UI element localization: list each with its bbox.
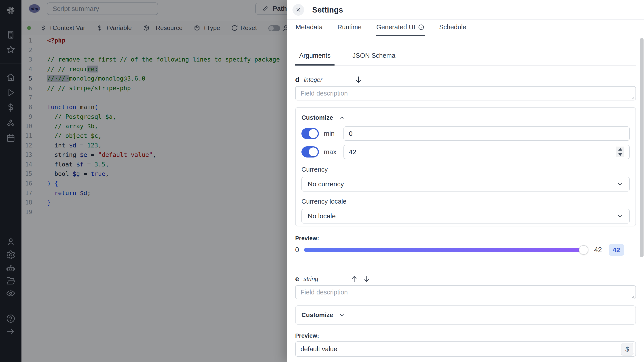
currency-label: Currency: [302, 166, 630, 173]
arguments-tab-bar: Arguments JSON Schema: [295, 52, 636, 66]
subtab-json-schema[interactable]: JSON Schema: [348, 52, 399, 66]
move-down-icon[interactable]: [355, 76, 362, 84]
currency-locale-label: Currency locale: [302, 198, 630, 205]
tab-runtime-label: Runtime: [338, 24, 362, 31]
resize-handle-icon[interactable]: [631, 294, 634, 298]
spin-down-icon[interactable]: [618, 153, 622, 156]
field-d-customize-card: Customize min 0 max 42: [295, 107, 636, 226]
max-row: max 42: [302, 145, 630, 159]
slider-track[interactable]: [304, 248, 586, 252]
chevron-down-icon: [617, 181, 624, 187]
slider-thumb[interactable]: [579, 245, 588, 255]
max-label: max: [324, 148, 340, 156]
slider-preview-row: 0 42 42: [295, 244, 636, 256]
slider-max-label: 42: [594, 246, 602, 254]
resize-handle-icon[interactable]: [631, 96, 634, 99]
customize-label: Customize: [302, 311, 333, 319]
generated-ui-content: Arguments JSON Schema d integer Field de…: [287, 52, 644, 357]
close-button[interactable]: [292, 4, 304, 16]
preview-label-d: Preview:: [295, 235, 636, 242]
modal-overlay[interactable]: [0, 0, 287, 362]
currency-value: No currency: [308, 180, 344, 188]
subtab-arguments[interactable]: Arguments: [295, 52, 334, 66]
settings-header: Settings: [287, 0, 644, 20]
field-e-description-input[interactable]: Field description: [295, 285, 636, 299]
move-down-icon[interactable]: [363, 275, 370, 283]
settings-drawer: Settings Metadata Runtime Generated UI S…: [287, 0, 644, 362]
field-e-header: e string: [295, 274, 636, 283]
tab-metadata[interactable]: Metadata: [295, 20, 323, 36]
slider-min-label: 0: [295, 246, 299, 254]
tab-schedule[interactable]: Schedule: [439, 20, 467, 36]
field-e-customize-card: Customize: [295, 305, 636, 325]
min-row: min 0: [302, 126, 630, 141]
spin-up-icon[interactable]: [618, 148, 622, 151]
currency-locale-value: No locale: [308, 212, 336, 220]
info-icon: [418, 24, 424, 31]
min-toggle[interactable]: [302, 128, 319, 139]
field-e-name: e: [295, 275, 299, 283]
field-d-header: d integer: [295, 75, 636, 84]
chevron-down-icon: [617, 213, 624, 219]
field-e-preview-value: default value: [300, 345, 337, 353]
close-icon: [296, 7, 301, 13]
field-d-description-input[interactable]: Field description: [295, 86, 636, 101]
preview-label-e: Preview:: [295, 332, 636, 339]
tab-generated-ui[interactable]: Generated UI: [376, 20, 425, 36]
min-label: min: [324, 130, 340, 137]
max-value: 42: [349, 148, 356, 156]
tab-metadata-label: Metadata: [296, 24, 323, 31]
settings-tab-bar: Metadata Runtime Generated UI Schedule: [287, 20, 644, 36]
tab-runtime[interactable]: Runtime: [337, 20, 362, 36]
customize-label: Customize: [302, 114, 333, 121]
chevron-down-icon: [339, 312, 345, 318]
tab-schedule-label: Schedule: [439, 24, 466, 31]
chevron-up-icon: [339, 115, 345, 121]
field-d-type: integer: [304, 77, 322, 84]
slider-value-badge: 42: [609, 244, 624, 256]
settings-title: Settings: [312, 5, 343, 14]
customize-toggle-row[interactable]: Customize: [302, 311, 345, 319]
min-input[interactable]: 0: [344, 126, 630, 141]
field-d-description-placeholder: Field description: [300, 90, 348, 97]
move-up-icon[interactable]: [351, 275, 358, 283]
number-spinner[interactable]: [616, 147, 624, 157]
variable-picker-label: $: [626, 345, 629, 353]
field-d-name: d: [295, 76, 300, 84]
min-value: 0: [349, 130, 353, 137]
field-e-type: string: [304, 276, 318, 283]
currency-locale-select[interactable]: No locale: [302, 209, 630, 223]
field-e-description-placeholder: Field description: [300, 289, 348, 296]
panel-scrollbar[interactable]: [640, 38, 644, 257]
customize-toggle-row[interactable]: Customize: [302, 114, 630, 122]
tab-generated-ui-label: Generated UI: [376, 24, 415, 31]
field-e-preview-input[interactable]: default value $: [295, 341, 636, 357]
currency-select[interactable]: No currency: [302, 177, 630, 192]
max-toggle[interactable]: [302, 146, 319, 158]
max-input[interactable]: 42: [344, 145, 630, 159]
resize-handle-icon[interactable]: [631, 352, 634, 355]
